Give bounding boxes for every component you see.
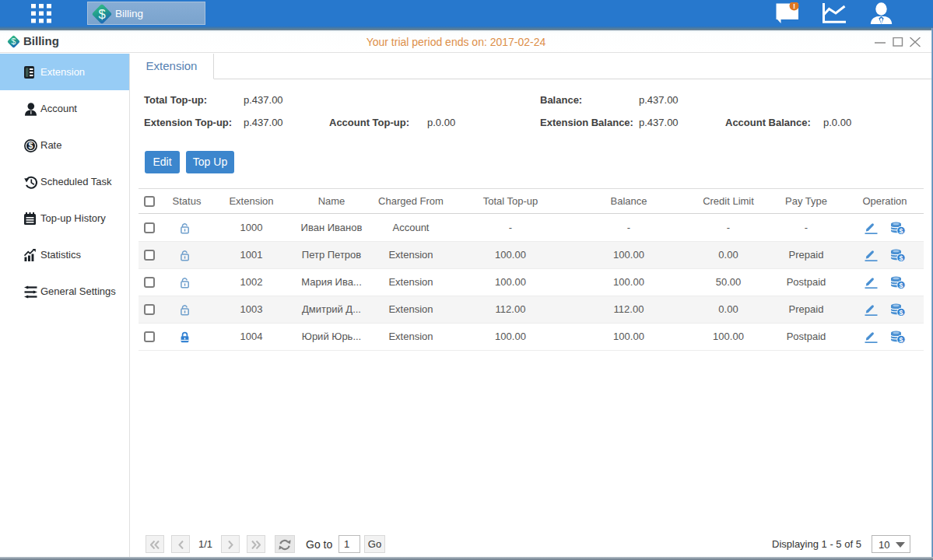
svg-text:$: $ xyxy=(899,282,903,289)
svg-text:$: $ xyxy=(899,309,903,317)
svg-text:$: $ xyxy=(899,336,903,344)
svg-text:!: ! xyxy=(793,2,795,10)
svg-text:$: $ xyxy=(899,254,903,262)
svg-text:$: $ xyxy=(98,7,105,21)
svg-text:$: $ xyxy=(899,227,903,235)
svg-text:$: $ xyxy=(29,141,33,150)
